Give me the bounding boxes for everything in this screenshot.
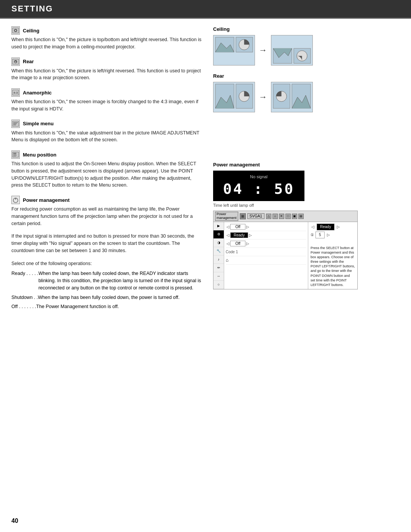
menu-position-title: Menu position xyxy=(11,150,202,159)
osd-left-icon-0: ▶ xyxy=(213,222,224,230)
simple-menu-text: When this function is "On," the value ad… xyxy=(11,129,202,144)
operations-list: Ready . . . . . When the lamp has been f… xyxy=(11,270,202,310)
pm-display: No signal 04 : 50 xyxy=(213,171,304,201)
osd-label-3: Code 1 xyxy=(226,250,238,254)
ceiling-diagram: Ceiling → xyxy=(213,26,365,66)
osd-pm-label: Powermanagement xyxy=(215,212,238,221)
osd-row-3: Code 1 xyxy=(226,248,306,256)
osd-right-caption: Press the SELECT button at Power managem… xyxy=(311,246,355,287)
ceiling-section: Ceiling When this function is "On," the … xyxy=(11,26,202,51)
osd-right-row-1: ① 5 ▷ xyxy=(311,232,355,238)
power-management-section: Power management For reducing power cons… xyxy=(11,196,202,310)
operation-off: Off . . . . . . . The Power Management f… xyxy=(11,303,202,310)
ceiling-arrow: → xyxy=(259,45,267,55)
menu-position-icon xyxy=(11,150,20,159)
menu-position-text: This function is used to adjust the On-S… xyxy=(11,160,202,189)
ceiling-label: Ceiling xyxy=(23,28,39,34)
rear-after-box xyxy=(271,82,313,112)
anamorphic-title: 4:3 Anamorphic xyxy=(11,88,202,97)
ceiling-text: When this function is "On," the picture … xyxy=(11,36,202,51)
osd-right-value-0: Ready xyxy=(317,224,335,230)
osd-left-icon-6: ↔ xyxy=(213,272,224,281)
page-header: SETTING xyxy=(0,0,411,19)
osd-left-icons: ▶ ⚙ ◑ 🔧 ♪ ✏ ↔ ○ xyxy=(213,222,224,289)
menu-position-label: Menu position xyxy=(23,152,56,158)
power-management-right-label: Power management xyxy=(213,162,365,168)
ceiling-after-box xyxy=(271,35,313,66)
pm-timer: 04 : 50 xyxy=(217,181,301,197)
simple-menu-icon xyxy=(11,120,20,128)
ceiling-diagram-label: Ceiling xyxy=(213,26,365,32)
menu-position-section: Menu position This function is used to a… xyxy=(11,150,202,189)
osd-row-0: ◁ Off ▷ xyxy=(226,223,306,231)
rear-text: When this function is "On," the picture … xyxy=(11,67,202,82)
osd-row-2: ◁ Off ▷ xyxy=(226,240,306,248)
osd-value-2: Off xyxy=(230,241,245,246)
ready-desc: When the lamp has been fully cooled down… xyxy=(38,270,202,291)
osd-arrow-right-2: ▷ xyxy=(246,241,249,246)
anamorphic-icon: 4:3 xyxy=(11,88,20,97)
osd-header-icon: ⊞ xyxy=(240,213,246,219)
osd-icon-5: ▣ xyxy=(292,214,297,219)
operation-shutdown: Shutdown . . When the lamp has been full… xyxy=(11,294,202,301)
ceiling-before-box xyxy=(213,35,255,66)
anamorphic-label: Anamorphic xyxy=(23,90,52,96)
page-title: SETTING xyxy=(11,4,53,13)
off-desc: The Power Management function is off. xyxy=(36,303,202,310)
ceiling-title: Ceiling xyxy=(11,26,202,35)
rear-before-box xyxy=(213,82,255,112)
osd-icon-3: ✕ xyxy=(279,214,284,219)
ceiling-icon xyxy=(11,26,20,35)
osd-value-1: Ready xyxy=(230,232,248,238)
osd-body: ▶ ⚙ ◑ 🔧 ♪ ✏ ↔ ○ ◁ Off ▷ xyxy=(213,222,357,289)
svg-text:R: R xyxy=(15,61,17,63)
osd-row-1: ◁ Ready ▷ xyxy=(226,231,306,240)
osd-left-icon-5: ✏ xyxy=(213,264,224,272)
shutdown-label: Shutdown . . xyxy=(11,294,38,301)
osd-right-value-1: 5 xyxy=(315,232,325,238)
anamorphic-text: When this function is "On," the screen i… xyxy=(11,98,202,113)
osd-icon-6: ▤ xyxy=(298,214,304,219)
power-management-title: Power management xyxy=(11,196,202,204)
osd-icon-2: ⌂ xyxy=(272,214,278,219)
rear-diagram-label: Rear xyxy=(213,73,365,79)
rear-title: R Rear xyxy=(11,58,202,66)
right-column: Ceiling → xyxy=(213,26,365,317)
osd-left-icon-3: 🔧 xyxy=(213,247,224,256)
osd-right-arrow-right-0: ▷ xyxy=(337,224,340,230)
pm-caption: Time left until lamp off xyxy=(213,203,365,208)
power-management-text1: For reducing power consumption as well a… xyxy=(11,206,202,227)
osd-center: ◁ Off ▷ ◁ Ready ▷ ◁ Off ▷ xyxy=(224,222,308,289)
osd-left-icon-2: ◑ xyxy=(213,239,224,247)
osd-left-icon-7: ○ xyxy=(213,281,224,289)
simple-menu-label: Simple menu xyxy=(23,121,54,126)
power-management-text2: If the input signal is interrupted and n… xyxy=(11,233,202,254)
rear-label: Rear xyxy=(23,59,34,64)
rear-diagram: Rear → xyxy=(213,73,365,112)
osd-arrow-right-0: ▷ xyxy=(246,225,249,229)
rear-icon: R xyxy=(11,58,20,66)
osd-right: ◁ Ready ▷ ① 5 ▷ Press the SELECT button … xyxy=(308,222,357,289)
osd-left-icon-4: ♪ xyxy=(213,256,224,264)
osd-header-icons: △ ⌂ ✕ □ ▣ ▤ xyxy=(266,214,304,219)
anamorphic-section: 4:3 Anamorphic When this function is "On… xyxy=(11,88,202,113)
power-management-select: Select one of the following operations: xyxy=(11,260,202,267)
simple-menu-section: Simple menu When this function is "On," … xyxy=(11,120,202,144)
rear-section: R Rear When this function is "On," the p… xyxy=(11,58,202,82)
osd-label-4: ⌂ xyxy=(226,257,228,263)
osd-value-0: Off xyxy=(230,224,245,230)
osd-box: Powermanagement ⊞ SVGA1 △ ⌂ ✕ □ ▣ ▤ xyxy=(213,211,358,289)
osd-arrow-left-0: ◁ xyxy=(226,225,229,229)
osd-left-icon-1: ⚙ xyxy=(213,230,224,239)
power-icon xyxy=(11,196,20,204)
operation-ready: Ready . . . . . When the lamp has been f… xyxy=(11,270,202,291)
svg-point-2 xyxy=(15,30,16,31)
rear-diagram-row: → xyxy=(213,82,365,112)
pm-no-signal: No signal xyxy=(217,174,301,179)
osd-right-row-0: ◁ Ready ▷ xyxy=(311,224,355,230)
osd-row-4: ⌂ xyxy=(226,256,306,265)
osd-arrow-left-1: ◁ xyxy=(226,233,229,237)
osd-icon-1: △ xyxy=(266,214,271,219)
left-column: Ceiling When this function is "On," the … xyxy=(11,26,202,317)
svg-rect-13 xyxy=(13,153,16,155)
